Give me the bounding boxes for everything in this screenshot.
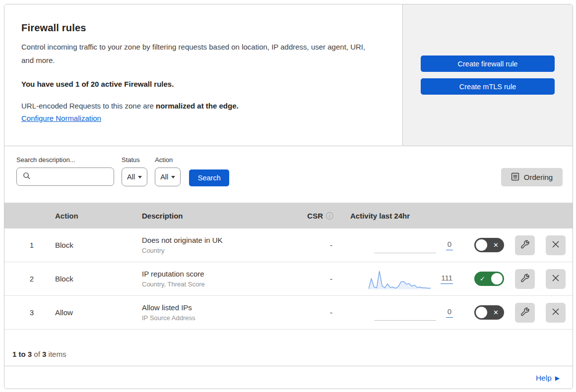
toggle-knob [491,273,503,284]
edit-rule-button[interactable] [515,303,535,323]
page-title: Firewall rules [21,22,383,34]
firewall-rules-panel: Firewall rules Control incoming traffic … [4,4,573,389]
rule-enabled-toggle[interactable]: ✕ [474,238,504,252]
page-description: Control incoming traffic to your zone by… [21,40,379,67]
activity-count-link[interactable]: 0 [446,307,453,318]
rule-toggle-cell: ✕ [467,305,512,320]
status-dropdown-value: All [127,173,135,181]
column-header-activity: Activity last 24hr [340,212,467,220]
wrench-icon [520,239,530,251]
delete-rule-button[interactable] [546,303,566,323]
pagination-items: items [46,350,66,358]
rule-toggle-cell: ✓ [467,272,512,286]
edit-rule-button[interactable] [515,269,535,289]
wrench-icon [520,307,530,318]
search-icon [23,172,31,182]
rule-activity-cell: 0 [340,234,467,256]
pagination-summary: 1 to 3 of 3 items [4,330,573,366]
column-header-action: Action [51,212,142,220]
ordering-button[interactable]: Ordering [501,168,563,186]
header-text-block: Firewall rules Control incoming traffic … [4,4,402,146]
toggle-knob [476,239,487,251]
rule-enabled-toggle[interactable]: ✕ [474,305,504,320]
rule-action: Allow [51,308,142,317]
create-firewall-rule-button[interactable]: Create firewall rule [421,56,555,72]
info-icon[interactable]: i [326,212,333,220]
create-mtls-rule-button[interactable]: Create mTLS rule [421,78,555,95]
delete-rule-button[interactable] [546,269,566,289]
activity-count-link[interactable]: 111 [441,274,453,284]
column-header-description: Description [142,212,306,220]
rule-description-main: Allow listed IPs [142,303,306,312]
arrow-right-icon: ▶ [555,375,560,382]
action-dropdown-value: All [160,173,168,181]
help-bar: Help ▶ [4,366,573,389]
table-row: 3 Allow Allow listed IPs IP Source Addre… [4,296,573,330]
column-header-csr: CSR i [306,212,340,220]
normalization-bold: normalized at the edge. [156,102,239,110]
help-link[interactable]: Help ▶ [536,374,560,383]
rule-csr-value: - [306,275,340,283]
rules-table: Action Description CSR i Activity last 2… [4,203,573,330]
list-icon [511,172,519,182]
rule-csr-value: - [306,241,340,249]
chevron-down-icon [138,176,142,178]
rule-description: Does not originate in UK Country [142,236,306,254]
action-filter-group: Action All [155,156,181,186]
close-icon [551,274,560,284]
search-label: Search description... [16,156,114,164]
table-row: 2 Block IP reputation score Country, Thr… [4,262,573,296]
activity-sparkline-chart [369,268,431,290]
rule-description-fields: Country [142,247,306,254]
rule-edit-cell [512,269,538,289]
status-label: Status [122,156,147,164]
rule-delete-cell [538,269,573,289]
rule-delete-cell [538,235,573,255]
action-label: Action [155,156,181,164]
wrench-icon [520,273,530,284]
rule-description: IP reputation score Country, Threat Scor… [142,270,306,288]
status-filter-group: Status All [122,156,147,186]
rule-description-main: IP reputation score [142,270,306,278]
delete-rule-button[interactable] [546,235,566,255]
toggle-knob [476,307,487,318]
table-row: 1 Block Does not originate in UK Country… [4,228,573,262]
status-dropdown[interactable]: All [122,168,147,186]
rule-description-fields: Country, Threat Score [142,280,306,288]
header-section: Firewall rules Control incoming traffic … [4,4,573,146]
toggle-off-x-icon: ✕ [493,309,499,316]
pagination-range: 1 to 3 [12,350,32,358]
rule-number: 3 [12,308,51,317]
action-dropdown[interactable]: All [155,168,181,186]
rule-action: Block [51,241,142,249]
rule-description-fields: IP Source Address [142,314,306,322]
rule-toggle-cell: ✕ [467,238,512,252]
pagination-of: of [32,350,42,358]
rule-enabled-toggle[interactable]: ✓ [474,272,504,286]
edit-rule-button[interactable] [515,235,535,255]
activity-sparkline-flat [374,301,436,324]
normalization-note: URL-encoded Requests to this zone are no… [21,102,383,110]
table-header-row: Action Description CSR i Activity last 2… [4,203,573,228]
rule-csr-value: - [306,308,340,317]
rule-delete-cell [538,303,573,323]
rule-activity-cell: 111 [340,268,467,290]
close-icon [551,307,560,318]
search-button[interactable]: Search [189,169,229,186]
filter-bar: Search description... Status All Action … [4,146,573,203]
chevron-down-icon [171,176,175,178]
search-input[interactable] [35,173,109,181]
usage-summary: You have used 1 of 20 active Firewall ru… [21,80,383,88]
search-group: Search description... [16,156,114,186]
close-icon [551,240,560,250]
rule-edit-cell [512,235,538,255]
rule-activity-cell: 0 [340,301,467,324]
toggle-off-x-icon: ✕ [493,242,499,248]
rule-description-main: Does not originate in UK [142,236,306,244]
rule-number: 2 [12,275,51,283]
activity-count-link[interactable]: 0 [446,240,453,250]
configure-normalization-link[interactable]: Configure Normalization [21,114,101,122]
actions-panel: Create firewall rule Create mTLS rule [402,4,573,146]
search-input-box[interactable] [16,168,114,186]
rule-action: Block [51,275,142,283]
